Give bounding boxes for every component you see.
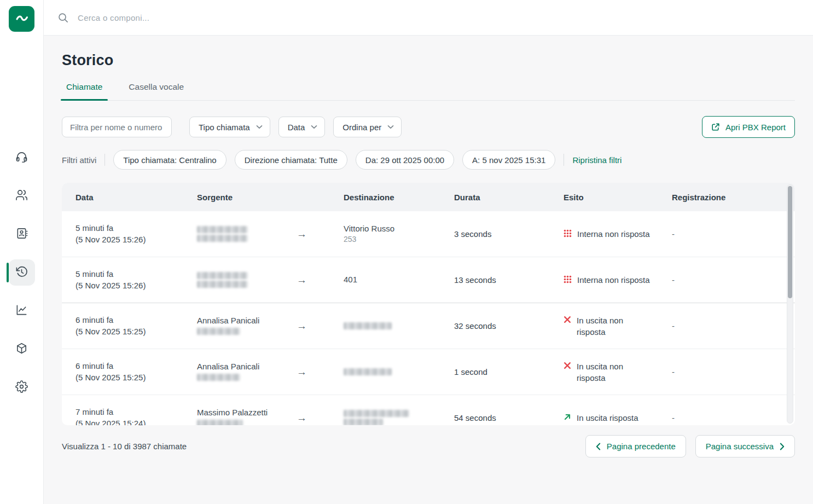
call-destination <box>344 322 440 329</box>
dropdown-ordina-per[interactable]: Ordina per <box>333 117 402 137</box>
sidebar <box>0 0 44 504</box>
x-icon <box>564 316 571 323</box>
prev-page-label: Pagina precedente <box>607 442 676 451</box>
destination-name: Vittorio Russo <box>344 223 440 234</box>
arrow-right-icon: → <box>297 275 307 285</box>
next-page-button[interactable]: Pagina successiva <box>695 435 795 457</box>
reset-filters-link[interactable]: Ripristina filtri <box>572 155 622 165</box>
cube-icon <box>15 342 28 357</box>
call-source <box>197 225 248 244</box>
arrow-up-right-icon <box>564 413 571 421</box>
sidebar-item-settings[interactable] <box>9 374 35 401</box>
call-row[interactable]: 5 minuti fa(5 Nov 2025 15:26)→40113 seco… <box>62 257 795 303</box>
pill-direzione-chiamata[interactable]: Direzione chiamata: Tutte <box>235 150 347 170</box>
call-recording: - <box>658 321 795 331</box>
sidebar-item-contacts[interactable] <box>9 221 35 247</box>
headset-icon <box>15 150 28 165</box>
dropdown-label: Data <box>288 123 305 132</box>
call-source: Annalisa Panicali <box>197 315 259 336</box>
source-name: Massimo Palazzetti <box>197 407 268 418</box>
call-duration: 32 seconds <box>440 321 550 331</box>
calls-table: Data Sorgente Destinazione Durata Esito … <box>62 183 795 425</box>
pill-data-da[interactable]: Da: 29 ott 2025 00:00 <box>356 150 454 170</box>
call-destination <box>344 368 440 375</box>
call-time: 6 minuti fa(5 Nov 2025 15:25) <box>62 315 183 337</box>
prev-page-button[interactable]: Pagina precedente <box>585 435 686 457</box>
search-input[interactable] <box>77 13 799 23</box>
gear-icon <box>15 380 28 395</box>
call-time-relative: 5 minuti fa <box>76 223 183 234</box>
redacted-text <box>197 281 248 288</box>
call-outcome-label: In uscita risposta <box>577 412 638 424</box>
x-icon <box>564 362 571 369</box>
tab-casella-vocale[interactable]: Casella vocale <box>127 82 185 100</box>
call-time-relative: 6 minuti fa <box>76 361 183 372</box>
sidebar-item-history[interactable] <box>9 259 35 286</box>
redacted-text <box>197 374 240 381</box>
table-body: 5 minuti fa(5 Nov 2025 15:26)→Vittorio R… <box>62 211 795 425</box>
redacted-text <box>197 226 248 233</box>
contact-card-icon <box>15 227 28 242</box>
call-duration: 13 seconds <box>440 275 550 285</box>
pbx-report-label: Apri PBX Report <box>725 123 786 132</box>
page-title: Storico <box>62 52 795 69</box>
call-outcome: In uscita risposta <box>550 412 658 424</box>
active-filters-label: Filtri attivi <box>62 155 96 165</box>
call-row[interactable]: 5 minuti fa(5 Nov 2025 15:26)→Vittorio R… <box>62 211 795 257</box>
dropdown-label: Ordina per <box>342 123 381 132</box>
call-row[interactable]: 6 minuti fa(5 Nov 2025 15:25)Annalisa Pa… <box>62 303 795 349</box>
pill-data-a[interactable]: A: 5 nov 2025 15:31 <box>462 150 555 170</box>
call-time-relative: 7 minuti fa <box>76 407 183 418</box>
column-header-data: Data <box>62 193 183 202</box>
call-duration: 1 second <box>440 367 550 376</box>
sidebar-item-integrations[interactable] <box>9 336 35 362</box>
pill-tipo-chiamata[interactable]: Tipo chiamata: Centralino <box>113 150 226 170</box>
source-name: Annalisa Panicali <box>197 361 259 372</box>
table-scrollbar[interactable] <box>787 184 793 424</box>
call-duration: 54 seconds <box>440 413 550 422</box>
call-time-absolute: (5 Nov 2025 15:25) <box>76 372 183 383</box>
call-duration: 3 seconds <box>440 229 550 239</box>
dropdown-tipo-chiamata[interactable]: Tipo chiamata <box>189 117 270 137</box>
sidebar-item-users[interactable] <box>9 183 35 209</box>
topbar <box>44 0 813 36</box>
chevron-down-icon <box>311 125 317 129</box>
brand-logo[interactable] <box>9 6 34 32</box>
column-header-destinazione: Destinazione <box>330 193 440 202</box>
call-destination: 401 <box>344 274 440 285</box>
destination-name: 401 <box>344 274 440 285</box>
call-outcome: In uscita non risposta <box>550 315 658 338</box>
chevron-right-icon <box>780 443 785 450</box>
arrow-right-icon: → <box>297 321 307 331</box>
wave-logo-icon <box>14 10 30 28</box>
call-outcome-label: Interna non risposta <box>577 274 650 286</box>
sidebar-nav <box>0 144 43 401</box>
scrollbar-thumb[interactable] <box>788 186 792 298</box>
redacted-text <box>344 322 392 329</box>
call-outcome: In uscita non risposta <box>550 361 658 384</box>
call-outcome-label: In uscita non risposta <box>577 315 651 338</box>
sidebar-item-analytics[interactable] <box>9 298 35 324</box>
call-recording: - <box>658 413 795 422</box>
column-header-sorgente: Sorgente <box>183 193 330 202</box>
call-time: 5 minuti fa(5 Nov 2025 15:26) <box>62 223 183 245</box>
column-header-registrazione: Registrazione <box>658 193 795 202</box>
call-destination: Vittorio Russo253 <box>344 223 440 245</box>
call-time: 5 minuti fa(5 Nov 2025 15:26) <box>62 269 183 291</box>
arrow-right-icon: → <box>297 229 307 239</box>
call-row[interactable]: 6 minuti fa(5 Nov 2025 15:25)Annalisa Pa… <box>62 349 795 395</box>
tab-chiamate[interactable]: Chiamate <box>65 82 103 100</box>
call-recording: - <box>658 275 795 285</box>
pagination-summary: Visualizza 1 - 10 di 3987 chiamate <box>62 442 187 451</box>
sidebar-item-support[interactable] <box>9 144 35 171</box>
pbx-report-button[interactable]: Apri PBX Report <box>702 116 795 138</box>
call-recording: - <box>658 367 795 376</box>
call-time-absolute: (5 Nov 2025 15:26) <box>76 234 183 245</box>
dropdown-data[interactable]: Data <box>278 117 326 137</box>
pager-buttons: Pagina precedente Pagina successiva <box>585 435 795 457</box>
call-source: Annalisa Panicali <box>197 361 259 382</box>
filter-name-number-input[interactable] <box>62 117 172 137</box>
filter-toolbar: Tipo chiamata Data Ordina per <box>62 116 795 138</box>
keypad-icon <box>564 229 572 237</box>
call-row[interactable]: 7 minuti fa(5 Nov 2025 15:24)Massimo Pal… <box>62 395 795 425</box>
